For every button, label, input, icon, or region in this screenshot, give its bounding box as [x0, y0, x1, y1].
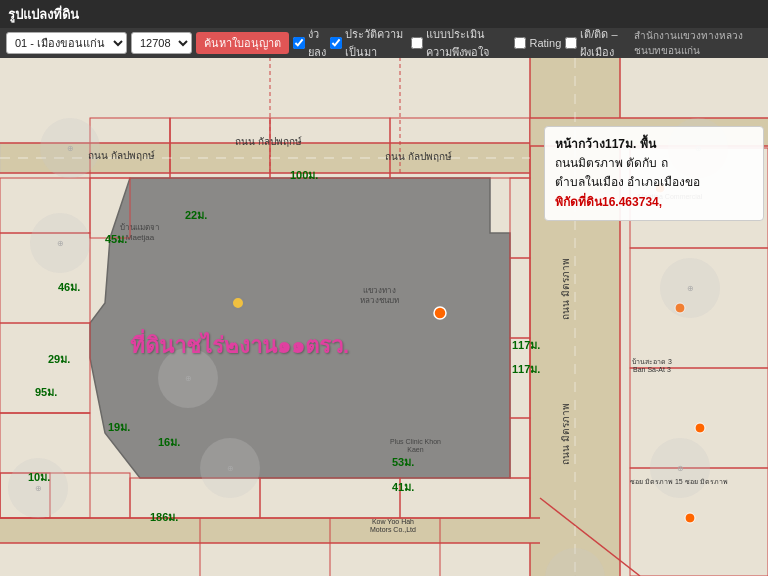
- svg-point-46: [695, 423, 705, 433]
- topbar: รูปแปลงที่ดิน: [0, 0, 768, 28]
- watermark-7: ⊕: [660, 258, 720, 318]
- road-label-2: ถนน กัลปพฤกษ์: [235, 134, 302, 149]
- info-line2: ถนนมิตรภาพ ตัดกับ ถ: [555, 154, 753, 173]
- info-coords: พิกัดที่ดิน16.463734,: [555, 193, 753, 212]
- filter-down: ง่วยลง: [293, 25, 326, 61]
- dist-10m: 10ม.: [28, 468, 50, 486]
- watermark-4: ⊕: [200, 438, 260, 498]
- place-label-7: ซอย มิตรภาพ 15 ซอย มิตรภาพ: [630, 478, 728, 486]
- svg-point-47: [685, 513, 695, 523]
- filter-rating: Rating: [514, 37, 561, 49]
- place-label-3: Plus Clinic KhonKaen: [390, 438, 441, 455]
- filter-history: ประวัติความเป็นมา: [330, 25, 407, 61]
- dist-117m-1: 117ม.: [512, 336, 540, 354]
- map-container[interactable]: 100ม. 22ม. 45ม. 46ม. 29ม. 95ม. 19ม. 16ม.…: [0, 58, 768, 576]
- province-select[interactable]: 01 - เมืองขอนแก่น: [6, 32, 127, 54]
- dist-41m: 41ม.: [392, 478, 414, 496]
- watermark-1: ⊕: [30, 213, 90, 273]
- watermark-3: ⊕: [8, 458, 68, 518]
- search-button[interactable]: ค้นหาใบอนุญาต: [196, 32, 289, 54]
- filter-office: สำนักงานแขวงทางหลวงชนบทขอนแก่น: [634, 28, 762, 58]
- dist-22m: 22ม.: [185, 206, 207, 224]
- info-line3: ตำบลในเมือง อำเภอเมืองขอ: [555, 173, 753, 192]
- dist-46m: 46ม.: [58, 278, 80, 296]
- road-label-mittraphap-1: ถนน มิตรภาพ: [558, 258, 573, 320]
- place-label-5: บ้านสะอาด 3Ban Sa-At 3: [632, 358, 672, 375]
- filter-buried: เติ/ติด – ฝังเมือง: [565, 25, 630, 61]
- filter-down-checkbox[interactable]: [293, 37, 305, 49]
- land-label: ที่ดินาชไร่๒งาน๑๑ตรว.: [130, 328, 349, 363]
- dist-186m: 186ม.: [150, 508, 178, 526]
- dist-19m: 19ม.: [108, 418, 130, 436]
- place-label-1: บ้านแมตจาMaetjaa: [120, 223, 160, 242]
- info-panel: หน้ากว้าง117ม. พื้น ถนนมิตรภาพ ตัดกับ ถ …: [544, 126, 764, 221]
- watermark-6: ⊕: [650, 438, 710, 498]
- topbar-title: รูปแปลงที่ดิน: [8, 4, 79, 25]
- filter-buried-checkbox[interactable]: [565, 37, 577, 49]
- filter-history-checkbox[interactable]: [330, 37, 342, 49]
- dist-95m: 95ม.: [35, 383, 57, 401]
- svg-rect-10: [0, 518, 540, 543]
- dist-117m-2: 117ม.: [512, 360, 540, 378]
- filterbar: 01 - เมืองขอนแก่น 12708 ค้นหาใบอนุญาต ง่…: [0, 28, 768, 58]
- road-label-1: ถนน กัลปพฤกษ์: [88, 148, 155, 163]
- filter-satisfaction: แบบประเมินความพึงพอใจ: [411, 25, 511, 61]
- dist-29m: 29ม.: [48, 350, 70, 368]
- info-line1: หน้ากว้าง117ม. พื้น: [555, 135, 753, 154]
- dist-100m: 100ม.: [290, 166, 318, 184]
- filter-rating-checkbox[interactable]: [514, 37, 526, 49]
- road-label-mittraphap-2: ถนน มิตรภาพ: [558, 403, 573, 465]
- road-label-3: ถนน กัลปพฤกษ์: [385, 149, 452, 164]
- dist-16m: 16ม.: [158, 433, 180, 451]
- place-label-4: Kow Yoo HahMotors Co.,Ltd: [370, 518, 416, 535]
- dist-53m: 53ม.: [392, 453, 414, 471]
- svg-point-48: [434, 307, 446, 319]
- code-select[interactable]: 12708: [131, 32, 192, 54]
- place-label-2: แขวงทางหลวงชนบท: [360, 286, 399, 305]
- svg-point-49: [232, 297, 244, 309]
- filter-satisfaction-checkbox[interactable]: [411, 37, 423, 49]
